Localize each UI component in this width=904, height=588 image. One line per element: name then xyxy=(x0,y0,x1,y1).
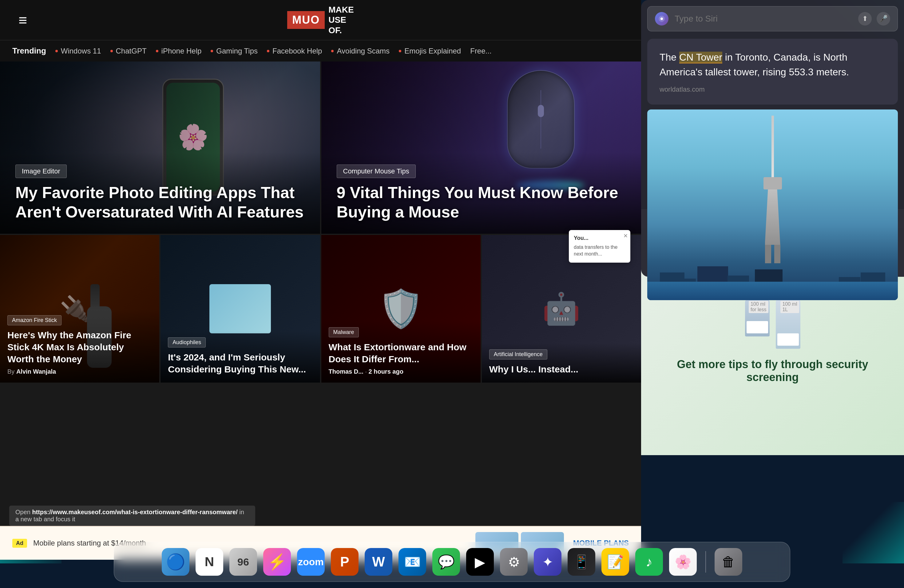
siri-microphone-button[interactable]: 🎤 xyxy=(877,12,890,25)
nav-dot xyxy=(156,50,158,52)
outlook-icon: 📧 xyxy=(404,554,421,570)
bottle-label-2 xyxy=(777,334,799,346)
dock-item-word[interactable]: W xyxy=(365,548,392,576)
photos-icon: 🌸 xyxy=(675,554,692,570)
siri-icon xyxy=(655,12,669,25)
nav-label-windows11: Windows 11 xyxy=(61,47,101,55)
tower-needle xyxy=(771,115,774,177)
nav-dot xyxy=(331,50,333,52)
site-logo[interactable]: MUO MAKE USE OF. xyxy=(287,5,354,36)
nav-label-avoiding-scams: Avoiding Scams xyxy=(337,47,390,55)
siri-search-bar[interactable]: ⬆ 🎤 xyxy=(647,6,898,32)
trash-icon: 🗑 xyxy=(722,554,735,569)
siri-share-button[interactable]: ⬆ xyxy=(858,12,872,25)
dock-item-finder[interactable]: 🔵 xyxy=(162,548,190,576)
notion-icon: N xyxy=(205,555,214,569)
topnotch-icon: 96 xyxy=(237,556,249,568)
tower-body xyxy=(765,190,781,245)
dock-item-iphone-mirror[interactable]: 📱 xyxy=(567,548,595,576)
dock-item-topnotch[interactable]: 96 xyxy=(229,548,257,576)
nav-label-facebook-help: Facebook Help xyxy=(272,47,322,55)
zoom-icon: zoom xyxy=(298,556,324,568)
sec-card-2-title: It's 2024, and I'm Seriously Considering… xyxy=(168,351,312,375)
nav-item-emojis[interactable]: Emojis Explained xyxy=(399,47,461,55)
sec-card-audiophiles[interactable]: Audiophiles It's 2024, and I'm Seriously… xyxy=(161,235,320,383)
nav-item-more[interactable]: Free... xyxy=(470,47,492,55)
dock-item-notion[interactable]: N xyxy=(196,548,223,576)
shortcuts-icon: ⚡ xyxy=(267,553,286,571)
hero-right-title: 9 Vital Things You Must Know Before Buyi… xyxy=(337,183,626,221)
siri-action-buttons: ⬆ 🎤 xyxy=(858,12,890,25)
messages-icon: 💬 xyxy=(438,554,455,570)
svg-point-1 xyxy=(661,17,663,20)
cn-tower-visual xyxy=(763,115,782,263)
iphone-mirror-icon: 📱 xyxy=(573,554,590,570)
dock-item-photos[interactable]: 🌸 xyxy=(669,548,697,576)
finder-icon: 🔵 xyxy=(166,553,185,571)
data-popup-close-button[interactable]: ✕ xyxy=(623,232,628,239)
sec-card-2-badge: Audiophiles xyxy=(168,337,206,348)
nav-item-avoiding-scams[interactable]: Avoiding Scams xyxy=(331,47,390,55)
sec-card-fire-stick[interactable]: 🔌 Amazon Fire Stick Here's Why the Amazo… xyxy=(0,235,159,383)
nav-label-emojis: Emojis Explained xyxy=(405,47,461,55)
nav-dot xyxy=(55,50,58,52)
nav-item-gaming-tips[interactable]: Gaming Tips xyxy=(211,47,258,55)
dock-item-zoom[interactable]: zoom xyxy=(297,548,325,576)
sec-card-3-author: Thomas D... · 2 hours ago xyxy=(329,368,473,375)
bottle-2: 100 ml1L xyxy=(776,300,800,349)
dock-item-apple-tv[interactable]: ▶ xyxy=(466,548,494,576)
dock-item-spotify[interactable]: ♪ xyxy=(635,548,663,576)
nav-label-iphone-help: iPhone Help xyxy=(161,47,202,55)
word-icon: W xyxy=(372,554,385,569)
settings-icon: ⚙ xyxy=(508,554,520,570)
siri-result-text: The CN Tower in Toronto, Canada, is Nort… xyxy=(659,50,885,79)
nav-label-chatgpt: ChatGPT xyxy=(116,47,147,55)
speaker-box xyxy=(209,284,271,334)
hero-grid: 🌸 Image Editor My Favorite Photo Editing… xyxy=(0,62,641,234)
sec-card-4-overlay: Artificial Intelligence Why I Us... Inst… xyxy=(482,343,641,383)
nav-dot xyxy=(111,50,113,52)
sec-card-3-overlay: Malware What Is Extortionware and How Do… xyxy=(321,321,480,383)
url-tooltip-prefix: Open xyxy=(15,509,32,515)
dock-item-system-settings[interactable]: ⚙ xyxy=(500,548,528,576)
ad-label: Ad xyxy=(12,539,27,548)
hero-left-title: My Favorite Photo Editing Apps That Aren… xyxy=(15,183,305,221)
siri-result-card: The CN Tower in Toronto, Canada, is Nort… xyxy=(647,39,898,104)
dock-item-outlook[interactable]: 📧 xyxy=(398,548,426,576)
hero-card-image-editor[interactable]: 🌸 Image Editor My Favorite Photo Editing… xyxy=(0,62,320,234)
spotify-icon: ♪ xyxy=(646,554,653,569)
logo-box: MUO xyxy=(287,11,325,29)
nav-dot xyxy=(211,50,213,52)
nav-item-windows11[interactable]: Windows 11 xyxy=(55,47,101,55)
dock-item-shortcuts[interactable]: ⚡ xyxy=(263,548,291,576)
siri-highlighted-cn-tower: CN Tower xyxy=(679,52,722,63)
data-popup-title: You... xyxy=(574,235,626,242)
hero-card-mouse-tips[interactable]: Computer Mouse Tips 9 Vital Things You M… xyxy=(321,62,642,234)
dock-item-trash[interactable]: 🗑 xyxy=(714,548,742,576)
siri-search-input[interactable] xyxy=(675,14,852,24)
nav-item-chatgpt[interactable]: ChatGPT xyxy=(111,47,147,55)
sec-card-malware[interactable]: 🛡️ Malware What Is Extortionware and How… xyxy=(321,235,480,383)
nav-item-facebook-help[interactable]: Facebook Help xyxy=(267,47,322,55)
dock-separator xyxy=(705,551,706,573)
hamburger-menu[interactable]: ≡ xyxy=(19,12,27,28)
powerpoint-icon: P xyxy=(340,554,349,569)
bottle-1: 100 mlfor less xyxy=(745,300,770,337)
nav-item-iphone-help[interactable]: iPhone Help xyxy=(156,47,202,55)
dock-item-messages[interactable]: 💬 xyxy=(432,548,460,576)
sec-card-1-badge: Amazon Fire Stick xyxy=(7,315,62,326)
nav-dot xyxy=(399,50,401,52)
hero-left-overlay: Image Editor My Favorite Photo Editing A… xyxy=(0,152,320,234)
tower-pod xyxy=(763,177,782,190)
dock-item-notes[interactable]: 📝 xyxy=(601,548,629,576)
siri-source: worldatlas.com xyxy=(659,85,885,93)
hero-right-overlay: Computer Mouse Tips 9 Vital Things You M… xyxy=(321,152,642,234)
sec-card-3-badge: Malware xyxy=(329,327,359,337)
trending-label: Trending xyxy=(12,46,46,56)
dock-item-notchmeister[interactable]: ✦ xyxy=(534,548,561,576)
sec-card-4-badge: Artificial Intelligence xyxy=(489,349,547,359)
url-tooltip-link[interactable]: https://www.makeuseof.com/what-is-extort… xyxy=(32,509,237,515)
dock-item-powerpoint[interactable]: P xyxy=(331,548,359,576)
sec-card-3-title: What Is Extortionware and How Does It Di… xyxy=(329,341,473,365)
sec-card-1-title: Here's Why the Amazon Fire Stick 4K Max … xyxy=(7,329,152,365)
